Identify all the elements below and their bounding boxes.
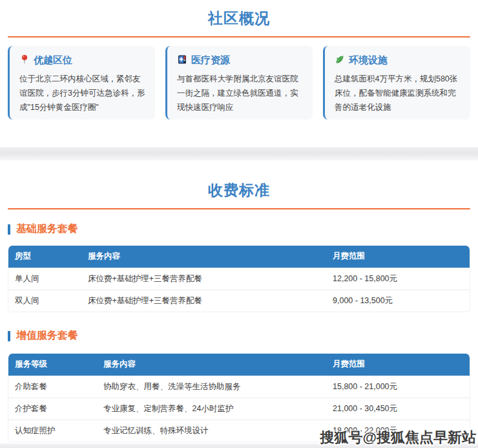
table-cell: 单人间 xyxy=(8,268,81,290)
table-row: 双人间床位费+基础护理+三餐营养配餐9,000 - 13,500元 xyxy=(8,290,470,312)
card-environment-body: 总建筑面积4万平方米，规划580张床位，配备智能健康监测系统和完善的适老化设施 xyxy=(335,72,461,115)
table-cell: 双人间 xyxy=(8,290,81,312)
column-header: 服务内容 xyxy=(81,246,326,268)
card-medical: 医疗资源 与首都医科大学附属北京友谊医院一街之隔，建立绿色就医通道，实现快速医疗… xyxy=(165,46,313,120)
card-medical-title-row: 医疗资源 xyxy=(177,54,303,67)
overview-section: 社区概况 优越区位 位于北京二环内核心区域，紧邻友谊医院，步行3分钟可达急诊科，… xyxy=(0,0,478,147)
subheading-label: 基础服务套餐 xyxy=(16,222,78,236)
basic-package-table: 房型服务内容月费范围 单人间床位费+基础护理+三餐营养配餐12,200 - 15… xyxy=(8,246,470,312)
table-header-row: 房型服务内容月费范围 xyxy=(8,246,470,268)
table-row: 介助套餐协助穿衣、用餐、洗澡等生活协助服务15,800 - 21,000元 xyxy=(8,376,470,398)
subheading-label: 增值服务套餐 xyxy=(16,329,78,343)
feature-cards: 优越区位 位于北京二环内核心区域，紧邻友谊医院，步行3分钟可达急诊科，形成"15… xyxy=(8,46,470,120)
table-cell: 15,800 - 21,000元 xyxy=(326,376,470,398)
table-row: 介护套餐专业康复、定制营养餐、24小时监护21,000 - 30,450元 xyxy=(8,398,470,420)
pricing-section: 收费标准 基础服务套餐 房型服务内容月费范围 单人间床位费+基础护理+三餐营养配… xyxy=(0,160,478,442)
table-cell: 专业康复、定制营养餐、24小时监护 xyxy=(97,398,326,420)
card-title-label: 医疗资源 xyxy=(191,54,230,67)
table-cell: 认知症照护 xyxy=(8,420,97,442)
hospital-icon xyxy=(177,54,187,67)
table-cell: 床位费+基础护理+三餐营养配餐 xyxy=(81,268,326,290)
subheading-basic-package: 基础服务套餐 xyxy=(8,222,470,236)
pricing-title: 收费标准 xyxy=(0,182,478,199)
overview-title: 社区概况 xyxy=(0,10,478,27)
card-medical-body: 与首都医科大学附属北京友谊医院一街之隔，建立绿色就医通道，实现快速医疗响应 xyxy=(177,72,303,115)
table-cell: 床位费+基础护理+三餐营养配餐 xyxy=(81,290,326,312)
table-cell: 介助套餐 xyxy=(8,376,97,398)
table-cell: 协助穿衣、用餐、洗澡等生活协助服务 xyxy=(97,376,326,398)
column-header: 月费范围 xyxy=(326,354,470,376)
card-location-title-row: 优越区位 xyxy=(19,54,145,67)
section-gap-band xyxy=(0,147,478,160)
table-cell: 介护套餐 xyxy=(8,398,97,420)
card-environment: 环境设施 总建筑面积4万平方米，规划580张床位，配备智能健康监测系统和完善的适… xyxy=(323,46,470,120)
subheading-value-added-package: 增值服务套餐 xyxy=(8,329,470,343)
table-cell: 12,200 - 15,800元 xyxy=(326,268,470,290)
leaf-icon xyxy=(335,54,345,67)
card-environment-title-row: 环境设施 xyxy=(335,54,461,67)
basic-package-table-container: 房型服务内容月费范围 单人间床位费+基础护理+三餐营养配餐12,200 - 15… xyxy=(8,246,470,312)
column-header: 服务内容 xyxy=(97,354,326,376)
blue-bar-decoration xyxy=(8,331,10,341)
orange-divider xyxy=(8,36,470,37)
table-cell: 9,000 - 13,500元 xyxy=(326,290,470,312)
location-pin-icon xyxy=(19,54,30,67)
column-header: 月费范围 xyxy=(326,246,470,268)
column-header: 房型 xyxy=(8,246,81,268)
card-location: 优越区位 位于北京二环内核心区域，紧邻友谊医院，步行3分钟可达急诊科，形成"15… xyxy=(8,46,155,120)
card-title-label: 环境设施 xyxy=(349,54,388,67)
watermark-text: 搜狐号@搜狐焦点早新站 xyxy=(320,428,476,447)
blue-bar-decoration xyxy=(8,224,10,235)
table-header-row: 服务等级服务内容月费范围 xyxy=(8,354,470,376)
table-cell: 专业记忆训练、特殊环境设计 xyxy=(97,420,326,442)
card-location-body: 位于北京二环内核心区域，紧邻友谊医院，步行3分钟可达急诊科，形成"15分钟黄金医… xyxy=(19,72,145,115)
orange-divider xyxy=(8,208,470,209)
table-cell: 21,000 - 30,450元 xyxy=(326,398,470,420)
column-header: 服务等级 xyxy=(8,354,97,376)
table-row: 单人间床位费+基础护理+三餐营养配餐12,200 - 15,800元 xyxy=(8,268,470,290)
card-title-label: 优越区位 xyxy=(34,54,72,67)
